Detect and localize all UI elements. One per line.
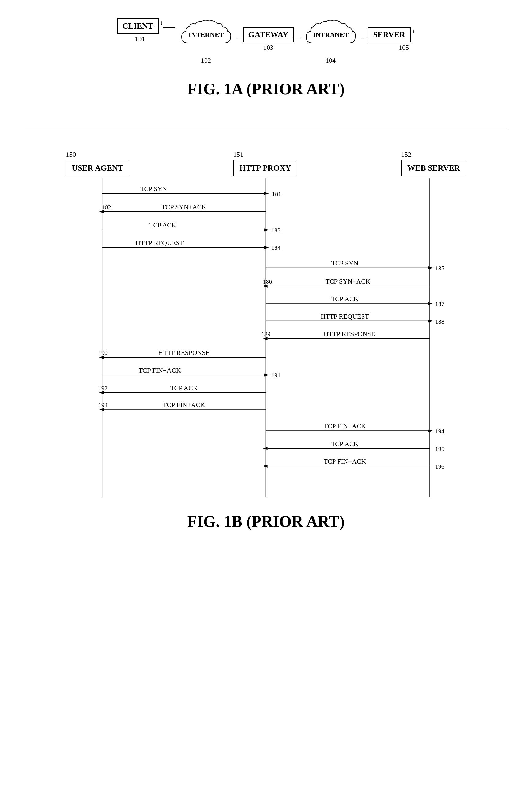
ua-num: 150 [66, 151, 76, 158]
line-2 [237, 37, 243, 37]
internet-node: INTERNET 102 [175, 19, 237, 65]
svg-marker-58 [429, 429, 433, 432]
svg-text:TCP SYN+ACK: TCP SYN+ACK [161, 203, 206, 211]
svg-text:189: 189 [261, 331, 271, 337]
svg-text:HTTP REQUEST: HTTP REQUEST [136, 239, 184, 247]
line-3 [294, 37, 300, 37]
gateway-box: GATEWAY [243, 27, 294, 43]
svg-marker-62 [263, 447, 268, 450]
line-1 [163, 27, 175, 28]
hp-num: 151 [233, 151, 243, 158]
ws-box: WEB SERVER [401, 160, 466, 176]
svg-text:187: 187 [435, 301, 445, 307]
svg-text:184: 184 [272, 244, 281, 251]
svg-marker-50 [99, 391, 104, 394]
svg-text:186: 186 [263, 278, 272, 285]
line-4 [361, 37, 368, 37]
client-box: CLIENT [117, 19, 159, 34]
svg-marker-26 [263, 284, 268, 287]
seq-diagram: 150 USER AGENT 151 HTTP PROXY 152 WEB SE… [53, 151, 478, 500]
svg-marker-66 [263, 464, 268, 467]
svg-marker-34 [429, 320, 433, 323]
svg-text:TCP ACK: TCP ACK [171, 384, 198, 392]
svg-text:195: 195 [435, 446, 445, 452]
svg-text:192: 192 [99, 385, 108, 391]
svg-text:TCP SYN: TCP SYN [331, 260, 358, 267]
svg-text:191: 191 [272, 372, 281, 379]
svg-marker-14 [264, 228, 269, 231]
internet-label: 102 [201, 56, 211, 65]
svg-text:181: 181 [272, 191, 281, 197]
hp-box: HTTP PROXY [233, 160, 297, 176]
ua-box: USER AGENT [66, 160, 129, 176]
intranet-node: INTRANET 104 [300, 19, 361, 65]
ws-num: 152 [401, 151, 411, 158]
svg-text:TCP FIN+ACK: TCP FIN+ACK [163, 401, 205, 409]
client-node: CLIENT ↓ 101 [117, 19, 163, 43]
svg-text:TCP SYN+ACK: TCP SYN+ACK [326, 278, 371, 285]
svg-marker-10 [99, 210, 104, 213]
web-server-entity: 152 WEB SERVER [401, 151, 466, 176]
svg-text:TCP SYN: TCP SYN [140, 185, 167, 193]
intranet-label: 104 [326, 56, 336, 65]
svg-text:183: 183 [272, 227, 281, 233]
internet-cloud-svg: INTERNET [175, 19, 237, 55]
svg-text:HTTP RESPONSE: HTTP RESPONSE [158, 349, 210, 356]
svg-text:185: 185 [435, 265, 445, 272]
user-agent-entity: 150 USER AGENT [66, 151, 129, 176]
client-label: 101 [135, 35, 145, 43]
svg-text:TCP FIN+ACK: TCP FIN+ACK [324, 458, 366, 465]
fig1a-section: CLIENT ↓ 101 INTERNET 102 [25, 19, 507, 117]
svg-marker-18 [264, 246, 269, 249]
svg-marker-54 [99, 408, 104, 411]
seq-headers: 150 USER AGENT 151 HTTP PROXY 152 WEB SE… [53, 151, 478, 176]
page: CLIENT ↓ 101 INTERNET 102 [0, 0, 532, 785]
svg-text:TCP FIN+ACK: TCP FIN+ACK [324, 423, 366, 430]
svg-text:193: 193 [99, 402, 108, 408]
svg-marker-22 [429, 267, 433, 270]
seq-svg: TCP SYN 181 182 TCP SYN+ACK TCP ACK 183 … [53, 176, 478, 499]
svg-marker-6 [264, 192, 269, 195]
svg-text:194: 194 [435, 428, 445, 434]
http-proxy-entity: 151 HTTP PROXY [233, 151, 297, 176]
server-label: 105 [399, 44, 409, 52]
fig1b-caption: FIG. 1B (PRIOR ART) [187, 512, 345, 531]
fig1b-section: 150 USER AGENT 151 HTTP PROXY 152 WEB SE… [25, 151, 507, 549]
section-divider [25, 129, 507, 129]
svg-text:INTRANET: INTRANET [313, 31, 349, 39]
intranet-cloud-svg: INTRANET [300, 19, 361, 55]
svg-text:TCP ACK: TCP ACK [331, 295, 358, 303]
svg-marker-30 [429, 302, 433, 305]
svg-marker-46 [264, 374, 269, 377]
gateway-node: GATEWAY 103 [243, 19, 294, 52]
server-box: SERVER [368, 27, 411, 43]
svg-text:HTTP RESPONSE: HTTP RESPONSE [324, 330, 375, 338]
server-node: SERVER ↓ 105 [368, 19, 415, 52]
gateway-label: 103 [263, 44, 273, 52]
svg-text:190: 190 [99, 349, 108, 356]
svg-text:HTTP REQUEST: HTTP REQUEST [321, 313, 369, 320]
svg-text:TCP FIN+ACK: TCP FIN+ACK [138, 367, 181, 374]
svg-text:TCP ACK: TCP ACK [149, 222, 176, 229]
fig1a-caption: FIG. 1A (PRIOR ART) [187, 80, 345, 98]
svg-text:196: 196 [435, 463, 445, 470]
svg-marker-38 [263, 337, 268, 340]
svg-text:182: 182 [102, 204, 111, 210]
svg-marker-42 [99, 356, 104, 359]
svg-text:188: 188 [435, 318, 445, 325]
svg-text:TCP ACK: TCP ACK [331, 440, 358, 448]
svg-text:INTERNET: INTERNET [188, 31, 224, 39]
